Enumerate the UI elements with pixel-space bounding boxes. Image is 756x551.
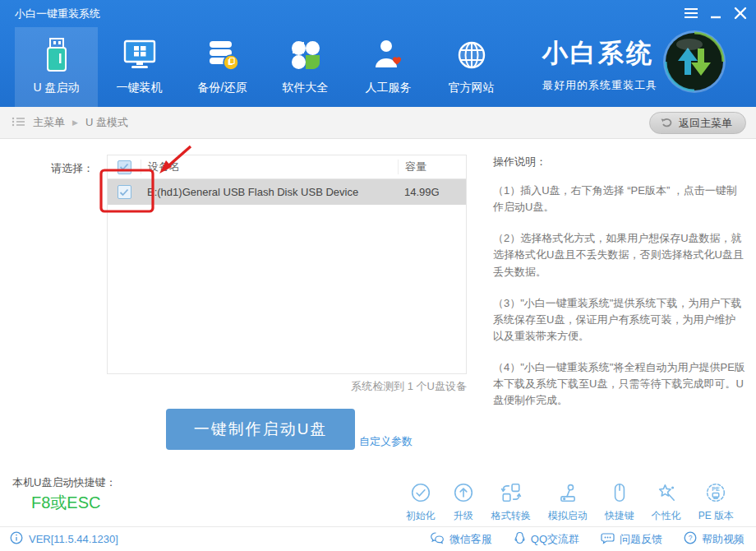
tool-pe-version[interactable]: PE PE 版本 (698, 482, 734, 523)
make-boot-usb-button[interactable]: 一键制作启动U盘 (166, 409, 355, 450)
globe-icon (454, 35, 489, 75)
window-title: 小白一键重装系统 (15, 7, 100, 21)
initialize-icon (410, 482, 431, 507)
mouse-icon (609, 482, 630, 507)
header: 小白一键重装系统 (0, 0, 756, 107)
brand-logo-icon (662, 30, 726, 94)
device-row[interactable]: E:(hd1)General USB Flash Disk USB Device… (108, 179, 466, 205)
column-header-device: 设备名 (141, 160, 398, 174)
upgrade-icon (453, 482, 474, 507)
brand: 小白系统 最好用的系统重装工具 (542, 36, 657, 93)
device-name: E:(hd1)General USB Flash Disk USB Device (141, 186, 398, 198)
tool-initialize[interactable]: 初始化 (406, 482, 436, 523)
nav-item-human-service[interactable]: 人工服务 (347, 27, 430, 107)
instructions-title: 操作说明： (493, 155, 745, 169)
device-table: 设备名 容量 E:(hd1)General USB Flash Disk USB… (107, 155, 467, 374)
help-icon: ? (684, 531, 697, 547)
nav-item-usb-boot[interactable]: U 盘启动 (15, 27, 98, 107)
back-button-label: 返回主菜单 (679, 116, 732, 131)
device-capacity: 14.99G (398, 186, 466, 198)
nav-item-backup-restore[interactable]: 备份/还原 (181, 27, 264, 107)
clover-apps-icon (288, 35, 323, 75)
instruction-step: （2）选择格式化方式，如果用户想保存U盘数据，就选择格式化U盘且不丢失数据，否则… (493, 230, 745, 280)
tool-hotkey[interactable]: 快捷键 (605, 482, 634, 523)
help-video-link[interactable]: ? 帮助视频 (684, 531, 744, 547)
back-to-main-menu-button[interactable]: 返回主菜单 (649, 112, 746, 134)
tool-upgrade[interactable]: 升级 (453, 482, 474, 523)
device-table-header: 设备名 容量 (108, 155, 466, 179)
monitor-icon (121, 35, 159, 75)
nav-label: 软件大全 (283, 81, 329, 95)
svg-text:PE: PE (712, 486, 721, 492)
hotkey-label: 本机U盘启动快捷键： (12, 475, 116, 490)
qq-group-link[interactable]: QQ交流群 (514, 531, 579, 547)
tool-simulate-boot[interactable]: 模拟启动 (548, 482, 588, 523)
person-heart-icon (371, 35, 406, 75)
info-icon (10, 531, 23, 547)
breadcrumb: 主菜单 ▶ U 盘模式 (12, 107, 128, 138)
column-header-capacity: 容量 (398, 160, 466, 174)
brand-name: 小白系统 (542, 36, 657, 71)
main-nav: U 盘启动 一键装机 (15, 27, 513, 107)
version-info: VER[11.5.44.1230] (10, 527, 118, 551)
svg-text:?: ? (689, 534, 693, 542)
titlebar: 小白一键重装系统 (0, 0, 756, 26)
database-icon (205, 35, 241, 75)
detect-status-text: 系统检测到 1 个U盘设备 (351, 379, 467, 394)
status-links: 微信客服 QQ交流群 问题反馈 ? 帮助视频 (430, 527, 744, 551)
hotkey-value: F8或ESC (31, 492, 100, 514)
nav-label: 人工服务 (366, 81, 412, 95)
instructions-panel: 操作说明： （1）插入U盘，右下角选择 “PE版本” ，点击一键制作启动U盘。 … (493, 155, 745, 424)
back-arrow-icon (660, 116, 673, 131)
menu-icon[interactable] (682, 5, 700, 21)
select-label: 请选择： (51, 161, 94, 176)
wechat-icon (430, 531, 445, 547)
device-row-checkbox[interactable] (118, 185, 131, 199)
joystick-icon (557, 482, 579, 507)
select-all-checkbox[interactable] (118, 160, 131, 174)
tool-personalize[interactable]: 个性化 (652, 482, 681, 523)
breadcrumb-bar: 主菜单 ▶ U 盘模式 返回主菜单 (0, 107, 756, 139)
custom-params-link[interactable]: 自定义参数 (359, 434, 413, 449)
version-text: VER[11.5.44.1230] (29, 533, 118, 545)
list-icon (12, 115, 25, 131)
format-convert-icon (500, 482, 522, 507)
statusbar: VER[11.5.44.1230] 微信客服 QQ交流群 问题反馈 (0, 526, 756, 551)
wechat-support-link[interactable]: 微信客服 (430, 531, 492, 547)
breadcrumb-root[interactable]: 主菜单 (33, 115, 65, 130)
nav-item-official-site[interactable]: 官方网站 (430, 27, 513, 107)
usb-drive-icon (40, 35, 73, 75)
nav-label: U 盘启动 (34, 81, 80, 95)
pe-version-icon: PE (705, 482, 726, 507)
qq-penguin-icon (514, 531, 526, 547)
magic-star-icon (656, 482, 677, 507)
nav-item-one-click-install[interactable]: 一键装机 (98, 27, 181, 107)
instruction-step: （4）"小白一键重装系统"将全程自动为用户提供PE版本下载及系统下载至U盘，只需… (493, 359, 745, 409)
nav-label: 一键装机 (117, 81, 163, 95)
nav-item-software-center[interactable]: 软件大全 (264, 27, 347, 107)
instruction-step: （1）插入U盘，右下角选择 “PE版本” ，点击一键制作启动U盘。 (493, 183, 745, 215)
breadcrumb-separator-icon: ▶ (72, 118, 78, 127)
tools-row: 初始化 升级 格式转换 模拟启动 快捷键 (406, 482, 734, 523)
tool-format-convert[interactable]: 格式转换 (491, 482, 531, 523)
minimize-icon[interactable] (707, 5, 725, 21)
instruction-step: （3）"小白一键重装系统"提供系统下载，为用户下载系统保存至U盘，保证用户有系统… (493, 295, 745, 345)
close-icon[interactable] (731, 5, 749, 21)
nav-label: 官方网站 (449, 81, 495, 95)
brand-tagline: 最好用的系统重装工具 (542, 78, 657, 93)
app-window: 小白一键重装系统 (0, 0, 756, 551)
feedback-bubble-icon (601, 531, 615, 547)
feedback-link[interactable]: 问题反馈 (601, 531, 662, 547)
breadcrumb-current: U 盘模式 (85, 115, 128, 130)
nav-label: 备份/还原 (198, 81, 247, 95)
